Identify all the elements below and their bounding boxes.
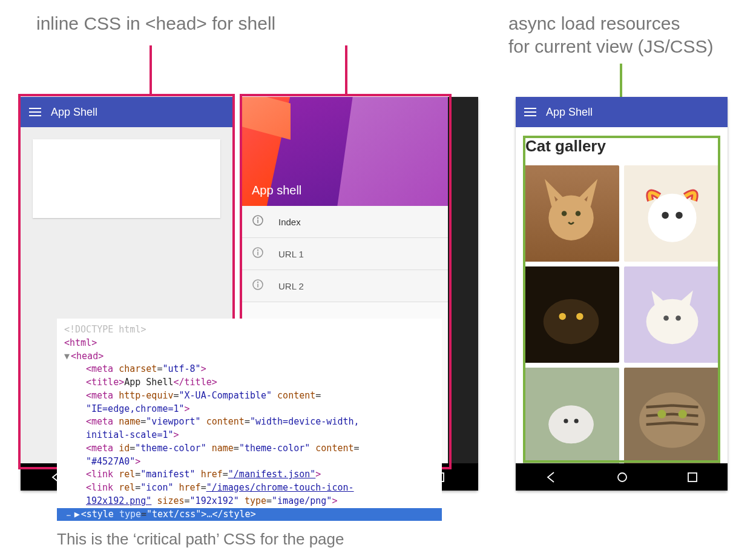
hamburger-icon[interactable] bbox=[29, 108, 41, 116]
gallery-image[interactable] bbox=[523, 368, 619, 463]
svg-point-19 bbox=[544, 299, 599, 344]
gallery-image[interactable] bbox=[523, 165, 619, 262]
toolbar: App Shell bbox=[21, 97, 232, 127]
info-icon bbox=[252, 214, 264, 229]
nav-home-icon[interactable] bbox=[616, 471, 628, 483]
svg-point-27 bbox=[564, 419, 568, 423]
svg-point-28 bbox=[574, 419, 579, 423]
toolbar-title: App Shell bbox=[546, 106, 593, 119]
annotation-inline-css: inline CSS in <head> for shell bbox=[36, 12, 275, 35]
drawer-row-url1[interactable]: URL 1 bbox=[242, 238, 448, 270]
svg-point-21 bbox=[576, 313, 583, 320]
svg-point-29 bbox=[639, 392, 705, 448]
svg-point-3 bbox=[257, 217, 258, 219]
svg-point-9 bbox=[257, 282, 258, 283]
svg-point-20 bbox=[559, 313, 565, 320]
drawer-row-index[interactable]: Index bbox=[242, 206, 448, 238]
collapse-icon[interactable]: ▼ bbox=[64, 351, 70, 362]
svg-point-24 bbox=[675, 316, 681, 321]
code-selected-line[interactable]: …▶<style type="text/css">…</style> bbox=[57, 508, 442, 521]
empty-card bbox=[33, 139, 220, 218]
svg-rect-33 bbox=[688, 473, 697, 481]
pink-connector-left bbox=[150, 45, 152, 94]
svg-point-18 bbox=[675, 212, 682, 219]
row-label: Index bbox=[278, 217, 301, 227]
gallery-image[interactable] bbox=[624, 266, 720, 363]
svg-point-14 bbox=[562, 211, 567, 216]
code-inspector-panel: <!DOCTYPE html> <html> ▼<head> <meta cha… bbox=[57, 319, 442, 521]
svg-rect-4 bbox=[257, 220, 258, 223]
android-navbar bbox=[516, 463, 728, 491]
gallery-image[interactable] bbox=[624, 165, 720, 262]
hamburger-icon[interactable] bbox=[524, 108, 536, 116]
svg-point-23 bbox=[663, 316, 669, 321]
svg-rect-7 bbox=[257, 252, 258, 256]
svg-point-26 bbox=[548, 405, 593, 443]
gallery-image[interactable] bbox=[624, 368, 720, 463]
svg-point-13 bbox=[548, 195, 593, 240]
info-icon bbox=[252, 279, 264, 293]
phone-mock-gallery: App Shell Cat gallery bbox=[516, 97, 728, 491]
drawer-row-url2[interactable]: URL 2 bbox=[242, 270, 448, 302]
annotation-async-load: async load resources for current view (J… bbox=[508, 12, 713, 58]
code-line: <!DOCTYPE html> bbox=[64, 324, 146, 335]
svg-rect-10 bbox=[257, 284, 258, 288]
svg-point-31 bbox=[679, 409, 687, 418]
gallery-grid bbox=[516, 165, 728, 463]
svg-point-16 bbox=[648, 194, 696, 242]
annotation-critical-path: This is the ‘critical path’ CSS for the … bbox=[57, 530, 344, 549]
row-label: URL 1 bbox=[278, 249, 304, 259]
pink-connector-right bbox=[345, 45, 347, 94]
gallery-title: Cat gallery bbox=[516, 127, 728, 165]
info-icon bbox=[252, 246, 264, 261]
svg-point-6 bbox=[257, 250, 258, 251]
svg-point-22 bbox=[646, 299, 698, 344]
hero-image: App shell bbox=[242, 97, 448, 206]
annotation-async-line2: for current view (JS/CSS) bbox=[508, 36, 713, 56]
svg-point-17 bbox=[662, 212, 668, 219]
nav-recent-icon[interactable] bbox=[687, 472, 698, 483]
nav-back-icon[interactable] bbox=[545, 471, 557, 483]
annotation-async-line1: async load resources bbox=[508, 13, 680, 33]
toolbar: App Shell bbox=[516, 97, 728, 127]
hero-title: App shell bbox=[252, 184, 301, 197]
svg-point-15 bbox=[576, 211, 581, 216]
toolbar-title: App Shell bbox=[51, 106, 97, 119]
row-label: URL 2 bbox=[278, 281, 304, 291]
gallery-image[interactable] bbox=[523, 266, 619, 363]
svg-point-32 bbox=[618, 473, 626, 481]
svg-point-30 bbox=[657, 409, 666, 418]
